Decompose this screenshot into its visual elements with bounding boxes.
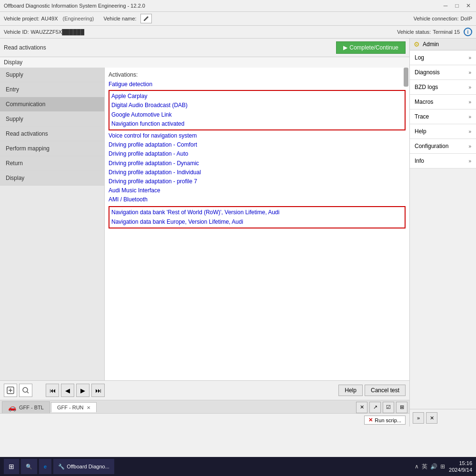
- minimize-btn[interactable]: ─: [442, 2, 449, 10]
- right-menu-macros[interactable]: Macros »: [410, 95, 476, 109]
- right-menu-help[interactable]: Help »: [410, 124, 476, 139]
- activation-driving-individual[interactable]: Driving profile adaptation - Individual: [109, 168, 406, 177]
- sidebar-item-perform-mapping[interactable]: Perform mapping: [0, 141, 104, 156]
- close-btn[interactable]: ✕: [465, 2, 472, 10]
- activation-driving-auto[interactable]: Driving profile adaptation - Auto: [109, 149, 406, 159]
- scrollbar-indicator[interactable]: [404, 68, 408, 87]
- help-btn[interactable]: Help: [338, 385, 363, 396]
- info-bar-row1: Vehicle project: AU49X (Engineering) Veh…: [0, 12, 476, 26]
- tab-action-btn-3[interactable]: ☑: [383, 402, 394, 413]
- main-layout: Read activations ▶ Complete/Continue Dis…: [0, 39, 476, 426]
- offboard-app-btn[interactable]: 🔧 Offboard Diagno...: [53, 459, 114, 474]
- icon-btn-1[interactable]: [4, 384, 17, 397]
- complete-btn-label: Complete/Continue: [349, 44, 398, 51]
- bzd-logs-label: BZD logs: [415, 84, 438, 90]
- cancel-test-btn[interactable]: Cancel test: [365, 385, 406, 396]
- activation-voice-control[interactable]: Voice control for navigation system: [109, 131, 406, 140]
- tab-gff-run-label: GFF - RUN: [57, 405, 84, 410]
- right-panel-bottom: » ✕: [410, 409, 476, 426]
- taskbar-time[interactable]: 15:16 2024/9/14: [449, 460, 472, 474]
- nav-last-btn[interactable]: ⏭: [91, 384, 105, 397]
- tab-gff-btl[interactable]: 🚗 GFF - BTL: [2, 401, 50, 413]
- log-label: Log: [415, 54, 424, 61]
- sidebar-item-entry[interactable]: Entry: [0, 82, 104, 97]
- activation-google-link[interactable]: Google Automotive Link: [111, 110, 403, 119]
- vehicle-project-group: Vehicle project: AU49X (Engineering): [4, 16, 94, 21]
- diagnosis-label: Diagnosis: [415, 69, 440, 76]
- window-controls: ─ □ ✕: [442, 2, 472, 10]
- vehicle-status-group: Vehicle status: Terminal 15 i: [397, 28, 472, 36]
- right-menu-diagnosis[interactable]: Diagnosis »: [410, 65, 476, 80]
- log-arrow: »: [468, 55, 471, 60]
- right-menu-trace[interactable]: Trace »: [410, 109, 476, 124]
- sys-tray: ∧ 英 🔊 ⊞: [415, 463, 445, 471]
- activation-driving-dynamic[interactable]: Driving profile adaptation - Dynamic: [109, 159, 406, 168]
- tray-keyboard[interactable]: 英: [422, 463, 427, 471]
- engineering-label: (Engineering): [62, 16, 94, 21]
- tray-volume[interactable]: 🔊: [430, 463, 437, 470]
- activation-nav-row[interactable]: Navigation data bank 'Rest of World (RoW…: [111, 208, 403, 217]
- nav-next-btn[interactable]: ▶: [76, 384, 89, 397]
- date-value: 2024/9/14: [449, 466, 472, 473]
- activations-panel[interactable]: Activations: Fatigue detection Apple Car…: [105, 68, 409, 380]
- title-bar: Offboard Diagnostic Information System E…: [0, 0, 476, 12]
- activation-apple-carplay[interactable]: Apple Carplay: [111, 92, 403, 101]
- tab-action-btn-1[interactable]: ✕: [356, 402, 367, 413]
- activation-nav-europe[interactable]: Navigation data bank Europe, Version Lif…: [111, 218, 403, 227]
- maximize-btn[interactable]: □: [453, 2, 461, 10]
- activation-driving-profile7[interactable]: Driving profile adaptation - profile 7: [109, 177, 406, 186]
- nav-prev-btn[interactable]: ◀: [61, 384, 74, 397]
- right-menu-configuration[interactable]: Configuration »: [410, 139, 476, 154]
- activation-driving-comfort[interactable]: Driving profile adaptation - Comfort: [109, 140, 406, 149]
- activation-dab[interactable]: Digital Audio Broadcast (DAB): [111, 101, 403, 110]
- info-bar-row2: Vehicle ID: WAUZZZF5X██████ Vehicle stat…: [0, 26, 476, 39]
- search-btn[interactable]: 🔍: [21, 459, 37, 474]
- sidebar-item-communication[interactable]: Communication: [0, 97, 104, 112]
- sidebar-item-supply2[interactable]: Supply: [0, 112, 104, 127]
- start-btn[interactable]: ⊞: [4, 459, 19, 474]
- activation-nav-function[interactable]: Navigation function activated: [111, 119, 403, 129]
- run-script-label: Run scrip...: [375, 417, 401, 423]
- tab-gff-run[interactable]: GFF - RUN ✕: [51, 402, 97, 412]
- edge-btn[interactable]: e: [39, 459, 51, 474]
- help-arrow: »: [468, 129, 471, 134]
- tab-bar-right: ✕ ↗ ☑ ⊞: [356, 402, 407, 413]
- activation-ami-bluetooth[interactable]: AMI / Bluetooth: [109, 195, 406, 204]
- sidebar-item-return[interactable]: Return: [0, 156, 104, 171]
- vehicle-status-value: Terminal 15: [433, 29, 460, 35]
- icon-btn-2[interactable]: [19, 384, 32, 397]
- help-label: Help: [415, 128, 426, 135]
- sidebar-item-supply1[interactable]: Supply: [0, 68, 104, 82]
- tray-arrow[interactable]: ∧: [415, 463, 419, 470]
- time-value: 15:16: [449, 460, 472, 466]
- sidebar-item-display[interactable]: Display: [0, 171, 104, 186]
- edit-vehicle-name-btn[interactable]: [140, 14, 152, 23]
- info-arrow: »: [468, 159, 471, 164]
- taskbar-right: ∧ 英 🔊 ⊞ 15:16 2024/9/14: [415, 460, 472, 474]
- tab-action-btn-2[interactable]: ↗: [369, 402, 381, 413]
- tray-network[interactable]: ⊞: [440, 463, 445, 470]
- right-panel-btn-back[interactable]: ✕: [426, 412, 437, 424]
- vehicle-status-info-icon[interactable]: i: [464, 28, 472, 36]
- edge-icon: e: [44, 464, 47, 469]
- window-title: Offboard Diagnostic Information System E…: [4, 3, 145, 9]
- svg-point-1: [23, 387, 28, 392]
- activation-fatigue-text[interactable]: Fatigue detection: [109, 80, 406, 89]
- nav-first-btn[interactable]: ⏮: [46, 384, 59, 397]
- right-menu-info[interactable]: Info »: [410, 154, 476, 169]
- right-menu-bzd-logs[interactable]: BZD logs »: [410, 80, 476, 95]
- vehicle-id-group: Vehicle ID: WAUZZZF5X██████: [4, 29, 84, 35]
- sidebar-item-read-activations[interactable]: Read activations: [0, 127, 104, 141]
- right-panel-btn-forward[interactable]: »: [413, 412, 424, 424]
- complete-continue-btn[interactable]: ▶ Complete/Continue: [336, 41, 406, 54]
- activation-fatigue[interactable]: Fatigue detection: [109, 80, 406, 89]
- right-panel: ⚙ Admin Log » Diagnosis » BZD logs » Mac…: [409, 39, 476, 426]
- right-menu-log[interactable]: Log »: [410, 50, 476, 65]
- tab-action-btn-4[interactable]: ⊞: [396, 402, 407, 413]
- run-script-btn[interactable]: ✕ Run scrip...: [364, 416, 406, 425]
- tab-close-icon[interactable]: ✕: [87, 405, 90, 410]
- info-label: Info: [415, 158, 424, 164]
- activation-audi-music[interactable]: Audi Music Interface: [109, 186, 406, 195]
- app-icon: 🔧: [58, 464, 65, 470]
- configuration-arrow: »: [468, 144, 471, 149]
